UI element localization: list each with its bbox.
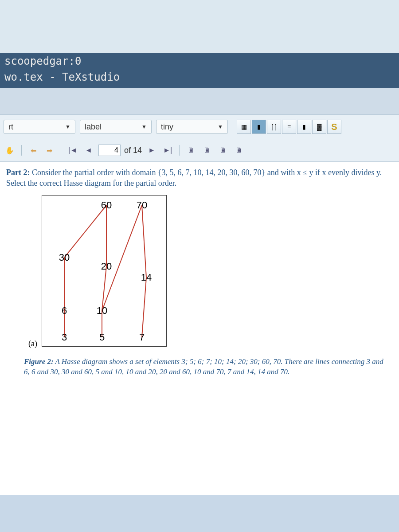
zoom-in-icon[interactable]: 🗎 bbox=[201, 144, 213, 156]
chevron-down-icon: ▼ bbox=[141, 124, 147, 130]
node-7: 7 bbox=[138, 332, 145, 343]
figure-sublabel: (a) bbox=[28, 339, 37, 348]
node-30: 30 bbox=[58, 252, 70, 263]
problem-text: Part 2: Consider the partial order with … bbox=[6, 167, 393, 189]
caption-body: A Hasse diagram shows a set of elements … bbox=[24, 357, 383, 376]
toolbar-style: rt ▼ label ▼ tiny ▼ ▦ ▮ [ ] ≡ ▮ ▓ S bbox=[0, 115, 399, 139]
bar-icon[interactable]: ▮ bbox=[297, 120, 311, 134]
figure-container: (a) 60 bbox=[24, 195, 167, 347]
dropdown-label-style[interactable]: label ▼ bbox=[80, 120, 152, 134]
page-total-label: of 14 bbox=[124, 146, 142, 155]
divider bbox=[21, 145, 22, 156]
symbol-icon[interactable]: S bbox=[327, 120, 341, 134]
fit-page-icon[interactable]: 🗎 bbox=[233, 144, 245, 156]
dropdown-partial-left[interactable]: rt ▼ bbox=[4, 120, 75, 134]
node-70: 70 bbox=[136, 200, 148, 211]
bracket-icon[interactable]: [ ] bbox=[267, 120, 281, 134]
window-chrome-blank bbox=[0, 88, 399, 115]
taskbar-line-1: scoopedgar:0 bbox=[0, 53, 399, 69]
problem-body: Consider the partial order with domain {… bbox=[6, 168, 382, 188]
taskbar-line-2: wo.tex - TeXstudio bbox=[0, 69, 399, 88]
last-page-icon[interactable]: ►| bbox=[161, 144, 174, 156]
node-6: 6 bbox=[61, 305, 68, 317]
problem-prefix: Part 2: bbox=[6, 168, 30, 177]
page-number-input[interactable] bbox=[98, 145, 121, 156]
toolbar-pdf-nav: ✋ ⬅ ➡ |◄ ◄ of 14 ► ►| 🗎 🗎 🗎 🗎 bbox=[0, 139, 399, 162]
node-3: 3 bbox=[61, 332, 68, 343]
divider bbox=[179, 145, 180, 156]
figure-wrap: (a) 60 bbox=[24, 195, 393, 378]
lines-icon[interactable]: ≡ bbox=[282, 120, 296, 134]
icon-palette: ▦ ▮ [ ] ≡ ▮ ▓ S bbox=[237, 120, 341, 134]
dropdown-size-style[interactable]: tiny ▼ bbox=[156, 120, 228, 134]
node-5: 5 bbox=[98, 332, 106, 343]
svg-line-8 bbox=[142, 205, 146, 278]
node-14: 14 bbox=[140, 272, 153, 283]
fit-width-icon[interactable]: 🗎 bbox=[217, 144, 229, 156]
first-page-icon[interactable]: |◄ bbox=[66, 144, 79, 156]
hasse-diagram: 60 70 30 20 14 6 10 3 5 7 bbox=[42, 195, 167, 347]
prev-arrow-icon[interactable]: ⬅ bbox=[27, 144, 39, 156]
prev-page-icon[interactable]: ◄ bbox=[82, 144, 95, 156]
next-page-icon[interactable]: ► bbox=[145, 144, 158, 156]
chevron-down-icon: ▼ bbox=[65, 124, 70, 130]
hand-tool-icon[interactable]: ✋ bbox=[4, 144, 16, 156]
shade-icon[interactable]: ▓ bbox=[312, 120, 326, 134]
dropdown-label: tiny bbox=[161, 122, 173, 132]
chevron-down-icon: ▼ bbox=[218, 124, 223, 130]
block-icon[interactable]: ▮ bbox=[252, 120, 266, 134]
zoom-out-icon[interactable]: 🗎 bbox=[185, 144, 197, 156]
figure-caption: Figure 2: A Hasse diagram shows a set of… bbox=[24, 356, 387, 378]
dropdown-label: label bbox=[85, 122, 102, 132]
grid-icon[interactable]: ▦ bbox=[237, 120, 251, 134]
svg-line-2 bbox=[64, 205, 106, 258]
divider bbox=[61, 145, 61, 156]
dropdown-label: rt bbox=[8, 122, 13, 132]
svg-line-6 bbox=[102, 205, 142, 311]
caption-prefix: Figure 2: bbox=[24, 357, 54, 366]
node-10: 10 bbox=[96, 305, 108, 317]
node-20: 20 bbox=[100, 261, 113, 272]
svg-line-7 bbox=[142, 278, 146, 337]
node-60: 60 bbox=[100, 200, 113, 211]
window-top-blank bbox=[0, 0, 399, 53]
next-arrow-icon[interactable]: ➡ bbox=[43, 144, 55, 156]
pdf-preview: Part 2: Consider the partial order with … bbox=[0, 162, 399, 495]
